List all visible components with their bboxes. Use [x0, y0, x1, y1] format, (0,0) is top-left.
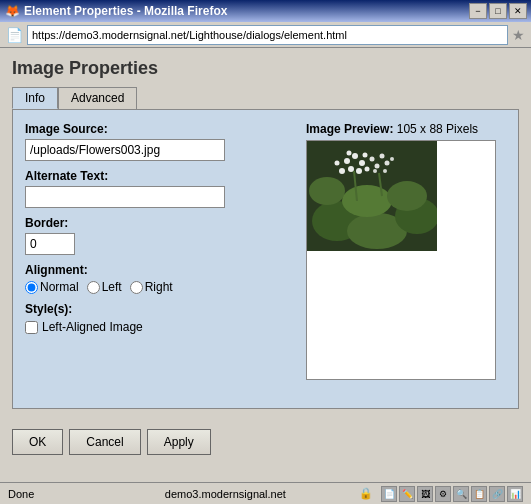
main-content: Image Properties Info Advanced Image Sou… — [0, 48, 531, 419]
border-label: Border: — [25, 216, 294, 230]
close-button[interactable]: ✕ — [509, 3, 527, 19]
status-icon-4: ⚙ — [435, 486, 451, 502]
preview-image — [307, 141, 437, 251]
ok-button[interactable]: OK — [12, 429, 63, 455]
preview-section: Image Preview: 105 x 88 Pixels — [306, 122, 506, 396]
minimize-button[interactable]: − — [469, 3, 487, 19]
titlebar: 🦊 Element Properties - Mozilla Firefox −… — [0, 0, 531, 22]
preview-box — [306, 140, 496, 380]
form-section: Image Source: Alternate Text: Border: Al… — [25, 122, 294, 396]
alt-text-label: Alternate Text: — [25, 169, 294, 183]
svg-point-22 — [383, 169, 387, 173]
svg-point-16 — [335, 161, 340, 166]
firefox-icon: 🦊 — [4, 3, 20, 19]
svg-point-6 — [387, 181, 427, 211]
alt-text-input[interactable] — [25, 186, 225, 208]
border-group: Border: — [25, 216, 294, 255]
status-icon-7: 🔗 — [489, 486, 505, 502]
image-source-group: Image Source: — [25, 122, 294, 161]
alignment-normal[interactable]: Normal — [25, 280, 79, 294]
svg-point-7 — [344, 158, 350, 164]
alignment-radio-group: Normal Left Right — [25, 280, 294, 294]
alignment-left[interactable]: Left — [87, 280, 122, 294]
apply-button[interactable]: Apply — [147, 429, 211, 455]
svg-point-17 — [370, 157, 375, 162]
svg-point-15 — [365, 167, 370, 172]
url-input[interactable] — [27, 25, 508, 45]
addressbar: 📄 ★ — [0, 22, 531, 48]
svg-point-20 — [385, 161, 390, 166]
titlebar-buttons: − □ ✕ — [469, 3, 527, 19]
restore-button[interactable]: □ — [489, 3, 507, 19]
tab-container: Info Advanced Image Source: Alternate Te… — [12, 87, 519, 409]
cancel-button[interactable]: Cancel — [69, 429, 140, 455]
lock-icon: 🔒 — [359, 487, 373, 500]
page-icon: 📄 — [6, 27, 23, 43]
tabs: Info Advanced — [12, 87, 519, 109]
tab-advanced[interactable]: Advanced — [58, 87, 137, 109]
status-icon-5: 🔍 — [453, 486, 469, 502]
alignment-label: Alignment: — [25, 263, 294, 277]
alignment-left-radio[interactable] — [87, 281, 100, 294]
svg-point-8 — [352, 153, 358, 159]
status-text: Done — [8, 488, 92, 500]
styles-group: Style(s): Left-Aligned Image — [25, 302, 294, 334]
svg-point-19 — [380, 154, 385, 159]
tab-info[interactable]: Info — [12, 87, 58, 109]
alignment-group: Alignment: Normal Left Right — [25, 263, 294, 294]
left-aligned-checkbox-label[interactable]: Left-Aligned Image — [25, 320, 294, 334]
titlebar-title: Element Properties - Mozilla Firefox — [24, 4, 227, 18]
alignment-right-radio[interactable] — [130, 281, 143, 294]
statusbar-domain: demo3.modernsignal.net — [100, 488, 351, 500]
titlebar-left: 🦊 Element Properties - Mozilla Firefox — [4, 3, 227, 19]
status-icon-2: ✏️ — [399, 486, 415, 502]
preview-label: Image Preview: 105 x 88 Pixels — [306, 122, 506, 136]
image-source-label: Image Source: — [25, 122, 294, 136]
alignment-right[interactable]: Right — [130, 280, 173, 294]
svg-point-13 — [347, 151, 352, 156]
svg-point-21 — [373, 169, 377, 173]
svg-point-9 — [359, 160, 365, 166]
bookmark-icon[interactable]: ★ — [512, 27, 525, 43]
bottom-bar: OK Cancel Apply — [0, 419, 531, 465]
tab-panel-info: Image Source: Alternate Text: Border: Al… — [12, 109, 519, 409]
left-aligned-checkbox[interactable] — [25, 321, 38, 334]
alignment-normal-radio[interactable] — [25, 281, 38, 294]
svg-point-11 — [356, 168, 362, 174]
svg-point-5 — [342, 185, 392, 217]
svg-point-23 — [390, 157, 394, 161]
alt-text-group: Alternate Text: — [25, 169, 294, 208]
svg-point-4 — [309, 177, 345, 205]
svg-point-18 — [375, 164, 380, 169]
status-icon-3: 🖼 — [417, 486, 433, 502]
border-input[interactable] — [25, 233, 75, 255]
status-icon-1: 📄 — [381, 486, 397, 502]
statusbar: Done demo3.modernsignal.net 🔒 📄 ✏️ 🖼 ⚙ 🔍… — [0, 482, 531, 504]
statusbar-icons: 📄 ✏️ 🖼 ⚙ 🔍 📋 🔗 📊 — [381, 486, 523, 502]
svg-point-14 — [363, 153, 368, 158]
status-icon-6: 📋 — [471, 486, 487, 502]
svg-point-12 — [339, 168, 345, 174]
styles-label: Style(s): — [25, 302, 294, 316]
page-title: Image Properties — [12, 58, 519, 79]
image-source-input[interactable] — [25, 139, 225, 161]
status-icon-8: 📊 — [507, 486, 523, 502]
